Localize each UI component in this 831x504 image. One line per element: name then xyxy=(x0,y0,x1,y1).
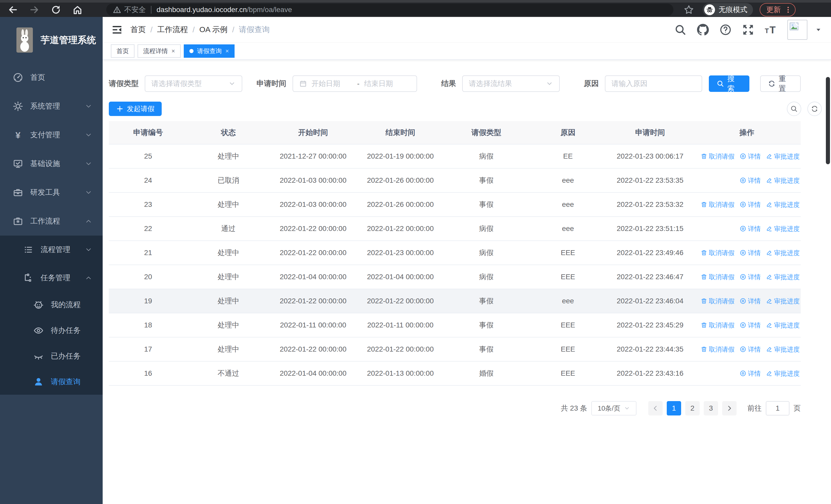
action-detail-link[interactable]: 详情 xyxy=(740,249,761,257)
sidebar-item-toolbox[interactable]: 研发工具 xyxy=(0,178,103,207)
home-icon[interactable] xyxy=(73,5,83,15)
tab-请假查询[interactable]: 请假查询× xyxy=(184,45,235,58)
help-icon[interactable] xyxy=(720,24,732,36)
edit-icon xyxy=(766,370,773,377)
user-avatar[interactable] xyxy=(787,20,807,40)
action-progress-link[interactable]: 审批进度 xyxy=(766,273,800,281)
action-progress-link[interactable]: 审批进度 xyxy=(766,176,800,185)
refresh-table-button[interactable] xyxy=(807,101,822,116)
reload-icon[interactable] xyxy=(51,5,61,15)
forward-icon[interactable] xyxy=(29,5,39,15)
view-icon xyxy=(740,322,746,328)
trash-icon xyxy=(700,249,707,256)
apply-time-label: 申请时间 xyxy=(257,79,286,89)
leave-type-select[interactable]: 请选择请假类型 xyxy=(145,76,242,92)
breadcrumb-item[interactable]: OA 示例 xyxy=(199,24,228,35)
update-button[interactable]: 更新 xyxy=(760,3,796,17)
font-size-icon[interactable]: TT xyxy=(765,24,777,36)
back-icon[interactable] xyxy=(8,5,18,15)
action-cancel-link[interactable]: 取消请假 xyxy=(700,297,735,305)
create-leave-label: 发起请假 xyxy=(127,104,154,113)
sidebar-collapse-icon[interactable] xyxy=(111,24,123,35)
action-cancel-link[interactable]: 取消请假 xyxy=(700,152,735,161)
action-cancel-link[interactable]: 取消请假 xyxy=(700,273,735,281)
browser-menu-icon[interactable] xyxy=(784,6,792,13)
tab-首页[interactable]: 首页 xyxy=(111,45,135,58)
page-scrollbar[interactable] xyxy=(826,77,830,164)
toggle-search-button[interactable] xyxy=(787,101,801,116)
sidebar-item-gear[interactable]: 系统管理 xyxy=(0,92,103,121)
apply-time-range-picker[interactable]: 开始日期 - 结束日期 xyxy=(292,76,417,92)
action-detail-link[interactable]: 详情 xyxy=(740,225,761,233)
cell-id: 18 xyxy=(109,313,188,337)
table-row: 19处理中2022-01-22 00:00:002022-01-22 00:00… xyxy=(109,289,801,313)
action-detail-link[interactable]: 详情 xyxy=(740,345,761,354)
leave-type-label: 请假类型 xyxy=(109,79,139,89)
reset-button[interactable]: 重置 xyxy=(760,76,801,92)
search-icon xyxy=(790,105,798,113)
action-progress-link[interactable]: 审批进度 xyxy=(766,225,800,233)
cell-status: 通过 xyxy=(188,216,269,241)
breadcrumb-item[interactable]: 工作流程 xyxy=(157,24,188,35)
action-progress-link[interactable]: 审批进度 xyxy=(766,200,800,209)
next-page-button[interactable] xyxy=(722,401,737,415)
page-button-3[interactable]: 3 xyxy=(704,401,718,415)
github-icon[interactable] xyxy=(697,24,709,36)
action-cancel-link[interactable]: 取消请假 xyxy=(700,345,735,354)
sidebar-item-tree[interactable]: 任务管理 xyxy=(0,264,103,292)
sidebar-item-user[interactable]: 请假查询 xyxy=(0,369,103,395)
page-button-2[interactable]: 2 xyxy=(685,401,699,415)
browser-chrome: 不安全 dashboard.yudao.iocoder.cn/bpm/oa/le… xyxy=(0,0,831,17)
action-detail-link[interactable]: 详情 xyxy=(740,321,761,329)
breadcrumb-item[interactable]: 首页 xyxy=(131,24,146,35)
action-detail-link[interactable]: 详情 xyxy=(740,152,761,161)
action-progress-link[interactable]: 审批进度 xyxy=(766,297,800,305)
search-button[interactable]: 搜索 xyxy=(709,76,749,92)
action-progress-link[interactable]: 审批进度 xyxy=(766,369,800,378)
action-detail-link[interactable]: 详情 xyxy=(740,273,761,281)
eye-closed-icon xyxy=(33,351,44,361)
breadcrumb-item[interactable]: 请假查询 xyxy=(239,24,270,35)
action-progress-link[interactable]: 审批进度 xyxy=(766,249,800,257)
sidebar-item-dashboard[interactable]: 首页 xyxy=(0,63,103,92)
page-button-1[interactable]: 1 xyxy=(667,401,681,415)
cell-status: 处理中 xyxy=(188,241,269,265)
create-leave-button[interactable]: 发起请假 xyxy=(109,101,162,116)
sidebar-item-yen[interactable]: ¥支付管理 xyxy=(0,121,103,149)
sidebar-item-eye-closed[interactable]: 已办任务 xyxy=(0,343,103,369)
action-cancel-link[interactable]: 取消请假 xyxy=(700,200,735,209)
close-icon[interactable]: × xyxy=(225,48,229,54)
search-icon[interactable] xyxy=(675,24,686,36)
sidebar-item-briefcase[interactable]: 工作流程 xyxy=(0,207,103,236)
sidebar-item-eye[interactable]: 待办任务 xyxy=(0,318,103,343)
tab-流程详情[interactable]: 流程详情× xyxy=(138,45,181,58)
sidebar-item-monitor[interactable]: 基础设施 xyxy=(0,149,103,178)
action-progress-link[interactable]: 审批进度 xyxy=(766,345,800,354)
action-detail-link[interactable]: 详情 xyxy=(740,369,761,378)
sidebar-item-robot[interactable]: 我的流程 xyxy=(0,292,103,318)
goto-page-input[interactable] xyxy=(766,401,790,415)
app-logo[interactable]: 芋道管理系统 xyxy=(0,17,103,63)
action-detail-link[interactable]: 详情 xyxy=(740,297,761,305)
action-cancel-link[interactable]: 取消请假 xyxy=(700,249,735,257)
close-icon[interactable]: × xyxy=(171,48,175,54)
action-label: 详情 xyxy=(748,297,761,305)
cell-applied: 2022-01-22 23:45:29 xyxy=(607,313,693,337)
avatar-caret-icon[interactable] xyxy=(815,26,822,33)
reason-input[interactable] xyxy=(611,80,696,88)
sidebar-item-label: 基础设施 xyxy=(30,158,60,169)
action-detail-link[interactable]: 详情 xyxy=(740,200,761,209)
prev-page-button[interactable] xyxy=(648,401,663,415)
cell-status: 处理中 xyxy=(188,289,269,313)
action-progress-link[interactable]: 审批进度 xyxy=(766,321,800,329)
bookmark-star-icon[interactable] xyxy=(684,5,694,15)
result-select[interactable]: 请选择流结果 xyxy=(462,76,560,92)
fullscreen-icon[interactable] xyxy=(742,24,754,36)
sidebar-item-list[interactable]: 流程管理 xyxy=(0,236,103,264)
page-size-select[interactable]: 10条/页 xyxy=(591,401,636,415)
action-progress-link[interactable]: 审批进度 xyxy=(766,152,800,161)
address-bar[interactable]: 不安全 dashboard.yudao.iocoder.cn/bpm/oa/le… xyxy=(106,4,674,16)
action-detail-link[interactable]: 详情 xyxy=(740,176,761,185)
cell-actions: 取消请假详情审批进度 xyxy=(693,265,801,289)
action-cancel-link[interactable]: 取消请假 xyxy=(700,321,735,329)
